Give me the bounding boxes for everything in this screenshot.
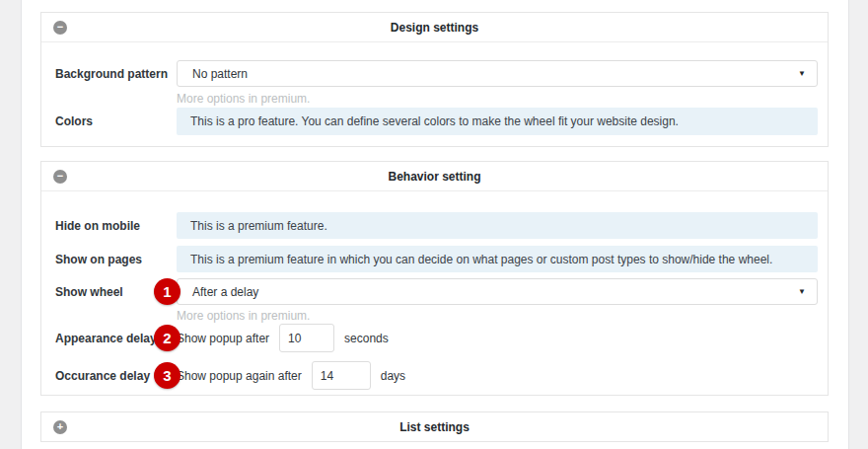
collapse-design-settings-button[interactable]: − xyxy=(53,21,67,35)
show-wheel-selected-value: After a delay xyxy=(192,285,258,299)
behavior-setting-title: Behavior setting xyxy=(388,170,480,184)
expand-list-settings-button[interactable]: + xyxy=(53,420,67,434)
background-pattern-row: Background pattern No pattern ▼ xyxy=(41,60,828,87)
plus-icon: + xyxy=(57,421,63,432)
hide-on-mobile-row: Hide on mobile This is a premium feature… xyxy=(41,212,828,239)
collapse-behavior-setting-button[interactable]: − xyxy=(53,170,67,184)
minus-icon: − xyxy=(57,171,63,182)
design-settings-header: − Design settings xyxy=(41,13,828,42)
appearance-delay-label: Appearance delay xyxy=(55,324,157,352)
colors-label: Colors xyxy=(55,108,93,135)
colors-pro-notice: This is a pro feature. You can define se… xyxy=(177,108,818,135)
minus-icon: − xyxy=(57,22,63,33)
appearance-delay-suffix-text: seconds xyxy=(344,332,389,345)
hide-on-mobile-label: Hide on mobile xyxy=(55,212,140,239)
background-pattern-selected-value: No pattern xyxy=(192,67,248,81)
behavior-setting-header: − Behavior setting xyxy=(41,162,828,191)
occurance-delay-prefix-text: Show popup again after xyxy=(177,369,302,383)
design-settings-title: Design settings xyxy=(391,21,478,35)
settings-screen: − Design settings Background pattern No … xyxy=(0,0,868,449)
background-pattern-helper-row: More options in premium. xyxy=(41,92,828,106)
show-wheel-label: Show wheel xyxy=(55,278,123,305)
background-pattern-label: Background pattern xyxy=(55,60,168,87)
show-on-pages-premium-notice: This is a premium feature in which you c… xyxy=(177,246,818,272)
step-badge-1: 1 xyxy=(154,278,181,305)
list-settings-title: List settings xyxy=(399,420,470,434)
step-badge-3: 3 xyxy=(154,362,181,389)
step-badge-2: 2 xyxy=(154,325,181,351)
show-on-pages-label: Show on pages xyxy=(55,246,142,272)
background-pattern-helper-text: More options in premium. xyxy=(177,92,310,106)
list-settings-header: + List settings xyxy=(41,412,828,441)
settings-page-container: − Design settings Background pattern No … xyxy=(21,0,849,449)
appearance-delay-prefix-text: Show popup after xyxy=(177,332,269,345)
show-wheel-select[interactable]: After a delay ▼ xyxy=(177,278,818,305)
dropdown-arrow-icon: ▼ xyxy=(798,70,806,78)
occurance-delay-label: Occurance delay xyxy=(55,361,150,390)
show-wheel-helper-row: More options in premium. xyxy=(41,309,828,323)
background-pattern-select[interactable]: No pattern ▼ xyxy=(177,60,818,87)
occurance-delay-input[interactable] xyxy=(312,361,371,390)
appearance-delay-input[interactable] xyxy=(279,324,334,352)
occurance-delay-suffix-text: days xyxy=(381,369,405,383)
design-settings-panel: − Design settings Background pattern No … xyxy=(40,12,829,147)
show-wheel-helper-text: More options in premium. xyxy=(177,309,310,323)
colors-row: Colors This is a pro feature. You can de… xyxy=(41,108,828,135)
show-on-pages-row: Show on pages This is a premium feature … xyxy=(41,246,828,272)
hide-on-mobile-premium-notice: This is a premium feature. xyxy=(177,212,818,239)
dropdown-arrow-icon: ▼ xyxy=(798,288,806,296)
behavior-setting-panel: − Behavior setting Hide on mobile This i… xyxy=(40,161,829,396)
list-settings-panel: + List settings xyxy=(40,412,829,442)
